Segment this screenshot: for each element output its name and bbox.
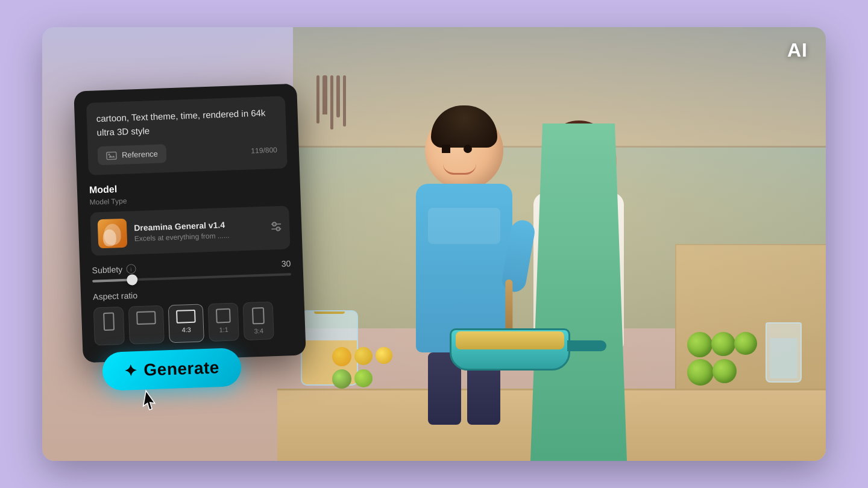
- svg-point-3: [272, 222, 276, 226]
- model-card[interactable]: Dreamina General v1.4 Excels at everythi…: [90, 205, 290, 255]
- model-settings-icon[interactable]: [270, 221, 283, 234]
- subtlety-info-icon[interactable]: i: [126, 264, 136, 274]
- subtlety-label: Subtlety: [92, 264, 122, 275]
- fruits-area: [332, 347, 404, 389]
- aspect-portrait-tall-btn[interactable]: [93, 307, 125, 346]
- prompt-area[interactable]: cartoon, Text theme, time, rendered in 6…: [86, 96, 288, 175]
- generate-button[interactable]: ✦ Generate: [102, 348, 242, 391]
- pan-handle: [567, 340, 606, 351]
- aspect-4x3-shape: [176, 310, 196, 324]
- ai-badge: AI: [787, 39, 808, 61]
- aspect-landscape-shape: [136, 311, 156, 325]
- generate-label: Generate: [143, 358, 219, 380]
- subtlety-header: Subtlety i 30: [92, 258, 291, 275]
- char-count: 119/800: [251, 145, 277, 155]
- character-girl: [518, 124, 639, 461]
- aspect-4x3-label: 4:3: [181, 326, 191, 334]
- aspect-portrait-tall-shape: [103, 312, 115, 331]
- model-thumbnail: [98, 219, 128, 249]
- cursor-icon: [140, 389, 161, 413]
- water-glass: [766, 322, 802, 383]
- boy-hair: [431, 105, 497, 148]
- prompt-footer: Reference 119/800: [97, 140, 277, 165]
- subtlety-slider[interactable]: [92, 273, 291, 283]
- boy-body: [416, 184, 512, 352]
- generate-star-icon: ✦: [124, 361, 139, 380]
- reference-button[interactable]: Reference: [97, 144, 166, 165]
- slider-thumb[interactable]: [127, 274, 138, 286]
- ui-panel: cartoon, Text theme, time, rendered in 6…: [74, 84, 306, 363]
- model-info: Dreamina General v1.4 Excels at everythi…: [134, 218, 263, 242]
- aspect-3x4-btn[interactable]: 3:4: [243, 301, 274, 340]
- aspect-3x4-shape: [252, 307, 265, 325]
- reference-icon: [106, 151, 117, 160]
- svg-rect-0: [107, 152, 116, 160]
- reference-label: Reference: [122, 149, 158, 160]
- aspect-landscape-btn[interactable]: [128, 305, 165, 345]
- aspect-1x1-label: 1:1: [219, 326, 228, 334]
- aspect-4x3-btn[interactable]: 4:3: [168, 304, 204, 343]
- subtlety-value: 30: [281, 258, 291, 269]
- green-apples: [687, 332, 760, 386]
- aspect-ratio-label: Aspect ratio: [93, 285, 292, 302]
- cooking-pan: [450, 328, 570, 383]
- aspect-1x1-shape: [216, 308, 231, 324]
- model-section: Model Model Type Dreamina General v1.4 E…: [89, 178, 291, 255]
- aspect-ratio-section: Aspect ratio 4:3 1:1 3:4: [93, 285, 294, 345]
- boy-head: [425, 111, 503, 190]
- prompt-text: cartoon, Text theme, time, rendered in 6…: [96, 106, 276, 139]
- main-container: AI cartoon, Text theme, time, rendered i…: [42, 27, 826, 461]
- aspect-ratio-options: 4:3 1:1 3:4: [93, 301, 294, 345]
- characters-area: [307, 51, 729, 461]
- pan-body: [450, 328, 570, 371]
- aspect-3x4-label: 3:4: [254, 327, 263, 335]
- generate-btn-wrapper: ✦ Generate: [102, 348, 242, 391]
- character-boy: [398, 111, 530, 461]
- subtlety-section: Subtlety i 30: [92, 258, 291, 282]
- sliders-icon: [270, 221, 283, 231]
- aspect-1x1-btn[interactable]: 1:1: [208, 302, 239, 342]
- girl-body: [533, 193, 624, 349]
- svg-point-1: [108, 154, 110, 155]
- subtlety-label-group: Subtlety i: [92, 264, 136, 275]
- svg-point-5: [276, 227, 280, 230]
